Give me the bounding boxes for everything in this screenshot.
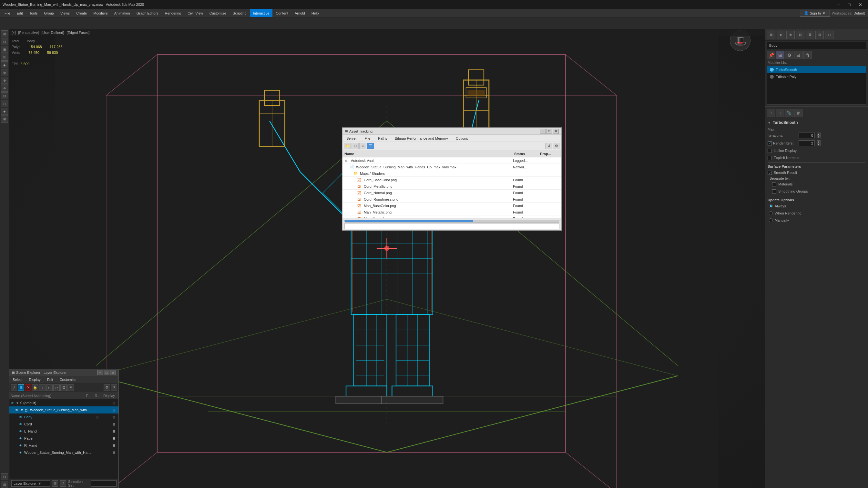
ts-iterations-down[interactable]: ▼ — [817, 135, 820, 138]
object-name-field[interactable]: Body — [767, 42, 866, 49]
at-row-man-normal[interactable]: 🖼 Man_Normal.png Found — [342, 216, 561, 218]
menu-item-customize[interactable]: Customize — [206, 9, 229, 17]
menu-item-rendering[interactable]: Rendering — [162, 9, 185, 17]
se-eye-wooden-statue-child[interactable]: 👁 — [19, 451, 24, 454]
mod-btn-delete[interactable]: 🗑 — [803, 51, 811, 59]
se-tool-help[interactable]: ? — [111, 385, 117, 391]
left-panel-btn-4[interactable]: ☰ — [1, 54, 8, 61]
ts-smoothing-groups-checkbox[interactable] — [772, 189, 776, 194]
viewport-shading-label[interactable]: [User Defined] — [41, 31, 64, 34]
viewport-canvas[interactable] — [9, 29, 765, 488]
left-panel-btn-10[interactable]: ◻ — [1, 100, 8, 107]
menu-item-edit[interactable]: Edit — [13, 9, 26, 17]
at-tool-settings[interactable]: ⚙ — [553, 143, 560, 149]
at-tool-4[interactable]: ☰ — [367, 143, 374, 149]
turbosmooth-header[interactable]: ▼ TurboSmooth — [768, 119, 865, 126]
se-eye-r-hand[interactable]: 👁 — [19, 444, 24, 447]
se-layer-dropdown[interactable]: Layer Explorer ▼ — [11, 480, 50, 487]
at-row-cord-roughness[interactable]: 🖼 Cord_Roughness.png Found — [342, 196, 561, 202]
se-tool-filter[interactable]: ⊞ — [18, 385, 24, 391]
left-panel-btn-9[interactable]: ⊟ — [1, 92, 8, 99]
left-panel-btn-3[interactable]: ⊞ — [1, 46, 8, 53]
at-row-maps-folder[interactable]: 📁 Maps / Shaders — [342, 170, 561, 177]
left-panel-btn-11[interactable]: ◈ — [1, 108, 8, 115]
at-row-main-file[interactable]: 📄 Wooden_Statue_Burning_Man_with_Hands_U… — [342, 164, 561, 170]
ts-always-radio[interactable] — [769, 204, 773, 208]
stack-btn-1[interactable]: ↑ — [767, 109, 775, 117]
menu-item-arnold[interactable]: Arnold — [291, 9, 308, 17]
ts-when-rendering-radio[interactable] — [769, 211, 773, 215]
left-panel-btn-2[interactable]: ⊡ — [1, 38, 8, 45]
se-row-cord[interactable]: 👁 Cord ⊞ — [9, 421, 119, 428]
se-menu-customize[interactable]: Customize — [57, 376, 80, 383]
se-menu-edit[interactable]: Edit — [44, 376, 57, 383]
se-eye-body[interactable]: 👁 — [19, 416, 24, 419]
rp-icon-1[interactable]: ⊞ — [767, 31, 775, 39]
menu-item-group[interactable]: Group — [41, 9, 57, 17]
at-minimize-btn[interactable]: ─ — [540, 129, 546, 134]
rp-icon-5[interactable]: ☰ — [806, 31, 814, 39]
mod-btn-pin[interactable]: 📌 — [767, 51, 775, 59]
at-row-vault[interactable]: 🏛 Autodesk Vault Logged... — [342, 157, 561, 164]
at-tool-3[interactable]: ⊕ — [359, 143, 366, 149]
menu-item-civil-view[interactable]: Civil View — [184, 9, 206, 17]
left-panel-btn-13[interactable]: ⊡ — [1, 473, 8, 480]
se-tool-freeze[interactable]: ❄ — [67, 385, 74, 391]
ts-explicit-normals-checkbox[interactable] — [768, 156, 772, 160]
se-tool-sort-za[interactable]: ↓↑ — [53, 385, 60, 391]
at-row-cord-metallic[interactable]: 🖼 Cord_Metallic.png Found — [342, 183, 561, 190]
se-close-btn[interactable]: ✕ — [110, 370, 116, 375]
se-tool-settings[interactable]: ⚙ — [104, 385, 110, 391]
menu-item-modifiers[interactable]: Modifiers — [90, 9, 111, 17]
menu-item-help[interactable]: Help — [308, 9, 322, 17]
mod-btn-show[interactable]: ⊞ — [776, 51, 784, 59]
menu-item-tools[interactable]: Tools — [26, 9, 41, 17]
se-row-body[interactable]: 👁 Body ⊞ ⊞ — [9, 414, 119, 421]
se-minimize-btn[interactable]: ─ — [97, 370, 103, 375]
se-tool-select[interactable]: ↗ — [11, 385, 17, 391]
ts-iterations-up[interactable]: ▲ — [817, 133, 820, 135]
rp-icon-6[interactable]: ⊟ — [815, 31, 824, 39]
se-row-wooden-statue-root[interactable]: 👁 ▼ ◻ Wooden_Statue_Burning_Man_with_Han… — [9, 406, 119, 414]
viewport-perspective-label[interactable]: [Perspective] — [19, 31, 39, 34]
ts-render-iters-up[interactable]: ▲ — [817, 140, 820, 143]
at-close-btn[interactable]: ✕ — [553, 129, 559, 134]
ts-smooth-result-checkbox[interactable] — [768, 171, 772, 175]
maximize-button[interactable]: □ — [844, 1, 855, 8]
modifier-item-turbosmooth[interactable]: TurboSmooth — [767, 66, 866, 73]
at-maximize-btn[interactable]: □ — [547, 129, 552, 134]
modifier-eye-turbosmooth[interactable] — [770, 68, 774, 72]
se-eye-paper[interactable]: 👁 — [19, 437, 24, 440]
sign-in-button[interactable]: 👤 Sign In ▼ — [800, 10, 830, 17]
ts-render-iters-down[interactable]: ▼ — [817, 143, 820, 146]
ts-manually-radio[interactable] — [769, 218, 773, 222]
at-tool-1[interactable]: 📁 — [344, 143, 351, 149]
at-row-man-basecolor[interactable]: 🖼 Man_BaseColor.png Found — [342, 202, 561, 209]
menu-item-interactive[interactable]: Interactive — [250, 9, 273, 17]
at-menu-bitmap[interactable]: Bitmap Performance and Memory — [391, 135, 452, 141]
se-eye-l-hand[interactable]: 👁 — [19, 430, 24, 433]
ts-render-iters-input[interactable] — [799, 140, 815, 146]
menu-item-create[interactable]: Create — [73, 9, 90, 17]
se-maximize-btn[interactable]: □ — [104, 370, 110, 375]
rp-icon-3[interactable]: ⊕ — [786, 31, 795, 39]
se-row-paper[interactable]: 👁 Paper ⊞ — [9, 435, 119, 442]
viewport-expand-label[interactable]: [+] — [11, 31, 16, 34]
rp-icon-2[interactable]: ◈ — [777, 31, 785, 39]
at-menu-options[interactable]: Options — [452, 135, 472, 141]
se-row-r-hand[interactable]: 👁 R_Hand ⊞ — [9, 442, 119, 449]
se-tool-sort-az[interactable]: ↑↓ — [46, 385, 53, 391]
left-panel-btn-5[interactable]: ◈ — [1, 61, 8, 68]
se-row-wooden-statue-child[interactable]: 👁 Wooden_Statue_Burning_Man_with_Hands_U… — [9, 449, 119, 456]
se-menu-display[interactable]: Display — [26, 376, 44, 383]
left-panel-btn-12[interactable]: ⊞ — [1, 116, 8, 123]
rp-icon-4[interactable]: ⊡ — [796, 31, 804, 39]
viewport-area[interactable]: [+] [Perspective] [User Defined] [Edged … — [9, 29, 765, 488]
left-panel-btn-8[interactable]: ⊚ — [1, 85, 8, 92]
at-menu-server[interactable]: Server — [342, 135, 361, 141]
at-tool-refresh[interactable]: ↺ — [545, 143, 552, 149]
menu-item-file[interactable]: File — [1, 9, 13, 17]
ts-materials-checkbox[interactable] — [772, 182, 776, 187]
se-row-default[interactable]: 👁 ▼ 0 (default) ⊞ — [9, 399, 119, 406]
at-menu-paths[interactable]: Paths — [374, 135, 391, 141]
